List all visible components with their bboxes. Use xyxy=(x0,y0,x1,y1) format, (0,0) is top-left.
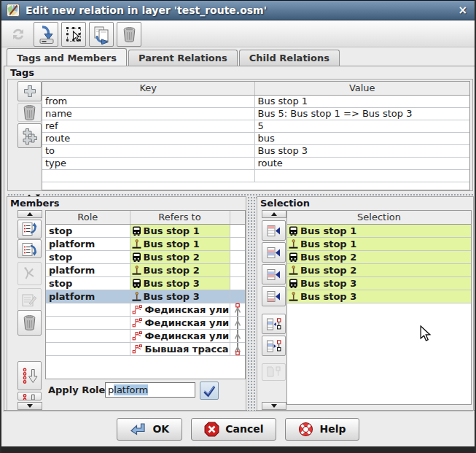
member-role-cell[interactable] xyxy=(46,316,130,329)
selection-cell[interactable]: Bus stop 2 xyxy=(287,250,471,263)
tag-value-cell[interactable] xyxy=(254,169,469,182)
member-role-cell[interactable]: stop xyxy=(46,224,130,237)
member-role-cell[interactable] xyxy=(46,303,130,316)
move-up-button[interactable] xyxy=(17,220,42,239)
add-at-node-after-button[interactable] xyxy=(262,336,286,356)
selection-cell[interactable]: Bus stop 1 xyxy=(287,237,471,250)
tag-value-cell[interactable]: Bus stop 1 xyxy=(254,95,469,107)
selection-column[interactable]: Selection xyxy=(287,211,471,224)
member-refers-to-cell[interactable]: Bus stop 1 xyxy=(130,224,230,237)
member-refers-to-cell[interactable]: Bus stop 2 xyxy=(130,263,230,276)
tag-key-cell[interactable]: from xyxy=(42,95,254,107)
member-row[interactable]: platformBus stop 2 xyxy=(46,263,245,276)
member-row[interactable]: Фединская ули... xyxy=(46,316,245,329)
selection-toolbar-scroll-up-button[interactable] xyxy=(262,210,286,218)
tab-child-relations[interactable]: Child Relations xyxy=(239,50,340,66)
duplicate-relation-button[interactable] xyxy=(89,22,114,47)
tag-value-cell[interactable]: route xyxy=(254,157,469,169)
member-row[interactable]: platformBus stop 1 xyxy=(46,237,245,250)
member-role-cell[interactable] xyxy=(46,342,130,355)
member-refers-to-cell[interactable]: Bus stop 1 xyxy=(130,237,230,250)
titlebar[interactable]: Edit new relation in layer 'test_route.o… xyxy=(1,0,475,20)
apply-role-input[interactable]: platform xyxy=(105,382,195,398)
add-selection-at-end-button[interactable] xyxy=(262,286,286,306)
member-row[interactable]: platformBus stop 3 xyxy=(46,290,245,303)
help-button[interactable]: Help xyxy=(285,418,359,441)
member-row[interactable]: stopBus stop 2 xyxy=(46,250,245,263)
sort-members-button[interactable] xyxy=(17,361,42,390)
member-role-cell[interactable]: platform xyxy=(46,263,130,276)
delete-relation-button[interactable] xyxy=(117,22,141,47)
member-role-cell[interactable]: platform xyxy=(46,290,130,303)
tag-key-cell[interactable] xyxy=(42,169,254,182)
tab-parent-relations[interactable]: Parent Relations xyxy=(128,50,238,66)
apply-to-dataset-button[interactable] xyxy=(34,22,58,47)
members-column-role[interactable]: Role xyxy=(46,211,130,224)
paste-tags-button[interactable] xyxy=(17,123,42,148)
tag-key-cell[interactable]: name xyxy=(42,107,254,120)
members-column-refers-to[interactable]: Refers to xyxy=(130,211,230,224)
vertical-splitter[interactable] xyxy=(247,196,256,411)
tag-value-cell[interactable]: Bus 5: Bus stop 1 => Bus stop 3 xyxy=(254,107,469,120)
member-role-cell[interactable]: platform xyxy=(46,237,130,250)
sort-members-below-button[interactable] xyxy=(17,392,42,400)
member-refers-to-cell[interactable]: Bus stop 2 xyxy=(130,250,230,263)
member-refers-to-label: Bus stop 1 xyxy=(144,239,200,249)
selection-toolbar-scroll-down-button[interactable] xyxy=(262,402,286,410)
members-column-link[interactable] xyxy=(230,211,245,224)
members-toolbar-scroll-down-button[interactable] xyxy=(17,402,42,410)
tag-key-cell[interactable]: to xyxy=(42,144,254,157)
tag-key-cell[interactable]: type xyxy=(42,157,254,169)
add-at-node-before-button[interactable] xyxy=(262,314,286,334)
ok-button[interactable]: OK xyxy=(117,418,182,441)
member-role-cell[interactable]: stop xyxy=(46,250,130,263)
selection-cell[interactable]: Bus stop 2 xyxy=(287,263,471,276)
tag-value-cell[interactable]: Bus stop 3 xyxy=(254,144,469,157)
member-refers-to-cell[interactable]: Bus stop 3 xyxy=(130,290,230,303)
add-selection-after-button[interactable] xyxy=(262,264,286,284)
selection-row[interactable]: Bus stop 3 xyxy=(287,276,471,290)
selection-row[interactable]: Bus stop 2 xyxy=(287,250,471,263)
member-refers-to-cell[interactable]: Bus stop 3 xyxy=(130,276,230,290)
selection-panel: Selection Selection Bus stop 1Bus stop 1… xyxy=(257,196,474,411)
tag-value-cell[interactable]: bus xyxy=(254,132,469,144)
members-toolbar-scroll-up-button[interactable] xyxy=(17,210,42,218)
close-button[interactable]: × xyxy=(458,4,467,17)
tag-key-cell[interactable]: route xyxy=(42,132,254,144)
member-role-cell[interactable]: stop xyxy=(46,276,130,290)
selection-cell[interactable]: Bus stop 3 xyxy=(287,290,471,303)
member-refers-to-cell[interactable]: Фединская ули... xyxy=(130,303,230,316)
selection-cell[interactable]: Bus stop 3 xyxy=(287,276,471,290)
selection-row[interactable]: Bus stop 1 xyxy=(287,224,471,237)
selection-row[interactable]: Bus stop 1 xyxy=(287,237,471,250)
remove-member-button[interactable] xyxy=(17,310,42,336)
add-selection-at-start-button[interactable] xyxy=(262,220,286,241)
member-row[interactable]: Фединская ули... xyxy=(46,303,245,316)
tag-row: fromBus stop 1 xyxy=(42,95,469,107)
member-row[interactable]: Бывшая трасса ... xyxy=(46,342,245,355)
refresh-relation-button xyxy=(6,22,31,47)
add-selection-before-button[interactable] xyxy=(262,242,286,263)
selection-row[interactable]: Bus stop 2 xyxy=(287,263,471,276)
member-role-cell[interactable] xyxy=(46,329,130,342)
move-down-button[interactable] xyxy=(17,239,42,258)
cancel-button[interactable]: Cancel xyxy=(191,418,276,441)
add-tag-button[interactable] xyxy=(17,81,42,101)
tags-column-key[interactable]: Key xyxy=(42,82,254,95)
apply-role-button[interactable] xyxy=(200,382,219,400)
member-row[interactable]: Фединская ули... xyxy=(46,329,245,342)
bus-icon xyxy=(132,252,141,262)
member-refers-to-cell[interactable]: Бывшая трасса ... xyxy=(130,342,230,355)
member-row[interactable]: stopBus stop 1 xyxy=(46,224,245,237)
tab-tags-and-members[interactable]: Tags and Members xyxy=(7,48,127,66)
member-refers-to-cell[interactable]: Фединская ули... xyxy=(130,316,230,329)
tag-value-cell[interactable]: 5 xyxy=(254,120,469,132)
selection-row[interactable]: Bus stop 3 xyxy=(287,290,471,303)
selection-cell[interactable]: Bus stop 1 xyxy=(287,224,471,237)
way-icon xyxy=(132,318,143,328)
member-row[interactable]: stopBus stop 3 xyxy=(46,276,245,290)
tags-column-value[interactable]: Value xyxy=(254,82,469,95)
member-refers-to-cell[interactable]: Фединская ули... xyxy=(130,329,230,342)
select-relation-members-button[interactable] xyxy=(61,22,86,47)
tag-key-cell[interactable]: ref xyxy=(42,120,254,132)
